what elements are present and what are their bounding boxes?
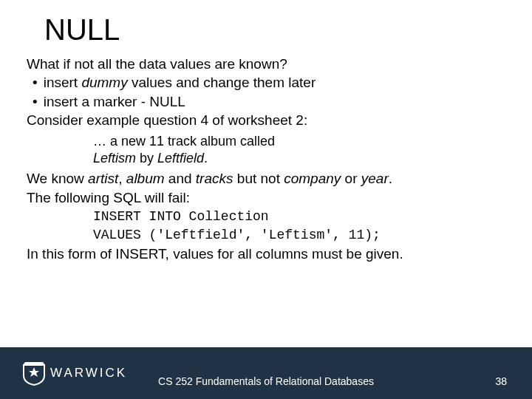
- example-line: … a new 11 track album called: [93, 133, 510, 150]
- bullet-item: insert a marker - NULL: [27, 93, 510, 111]
- slide-title: NULL: [0, 0, 532, 47]
- code-line: INSERT INTO Collection: [27, 208, 510, 225]
- slide-body: What if not all the data values are know…: [0, 47, 532, 263]
- code-line: VALUES ('Leftfield', 'Leftism', 11);: [27, 227, 510, 244]
- footer-course-title: CS 252 Fundamentals of Relational Databa…: [0, 375, 532, 387]
- slide-content: NULL What if not all the data values are…: [0, 0, 532, 347]
- body-line: The following SQL will fail:: [27, 189, 510, 207]
- page-number: 38: [495, 375, 507, 387]
- body-line: In this form of INSERT, values for all c…: [27, 245, 510, 263]
- body-line: What if not all the data values are know…: [27, 55, 510, 73]
- slide-footer: WARWICK CS 252 Fundamentals of Relationa…: [0, 347, 532, 399]
- body-line: We know artist, album and tracks but not…: [27, 170, 510, 188]
- example-line: Leftism by Leftfield.: [93, 150, 510, 167]
- example-block: … a new 11 track album called Leftism by…: [27, 130, 510, 170]
- body-line: Consider example question 4 of worksheet…: [27, 112, 510, 129]
- slide: NULL What if not all the data values are…: [0, 0, 532, 399]
- bullet-item: insert dummy values and change them late…: [27, 74, 510, 92]
